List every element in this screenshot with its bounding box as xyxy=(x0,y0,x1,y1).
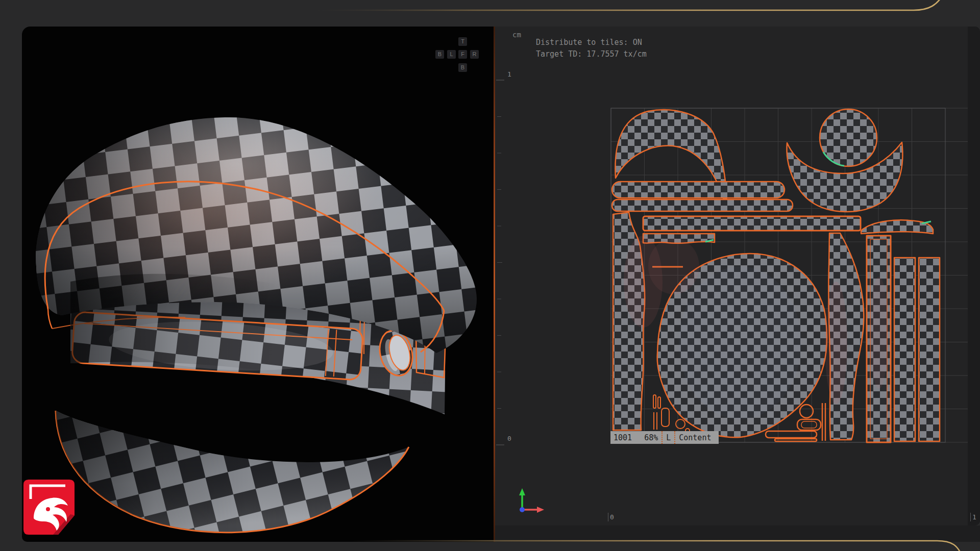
uv-island-strip xyxy=(612,182,785,198)
tile-bar-separator xyxy=(674,431,675,444)
uv-island-column xyxy=(894,258,915,441)
rizomuv-dragon-logo-icon xyxy=(18,477,78,538)
uv-island-column xyxy=(919,258,940,441)
tile-coverage: 68% xyxy=(644,433,658,442)
h-ruler-label-1: 1 xyxy=(970,513,976,521)
v-ruler-ticks xyxy=(496,80,504,445)
view-cube-top[interactable]: T xyxy=(458,37,467,46)
uv-editor-panel[interactable]: cm Distribute to tiles: ON Target TD: 17… xyxy=(495,27,980,525)
hud-target-td: Target TD: 17.7557 tx/cm xyxy=(536,49,647,59)
tile-mode-flag: L xyxy=(666,433,671,442)
view-cube-right[interactable]: R xyxy=(470,50,479,59)
udim-tile-bar[interactable]: 1001 68% L Content xyxy=(610,431,719,444)
tile-name: Content xyxy=(679,433,711,442)
hud-distribute-tiles: Distribute to tiles: ON xyxy=(536,38,642,47)
hat-3d-model xyxy=(22,27,494,542)
unit-label: cm xyxy=(512,31,521,39)
app-window: T B L F R B xyxy=(0,0,980,551)
panel-right-edge xyxy=(968,27,980,525)
udim-number: 1001 xyxy=(614,433,632,442)
view-cube-front[interactable]: F xyxy=(458,50,467,59)
tile-bar-separator xyxy=(662,431,663,444)
view-cube-bottom[interactable]: B xyxy=(458,63,467,72)
h-ruler-label-0: 0 xyxy=(608,513,614,521)
view-cube-back[interactable]: B xyxy=(435,50,444,59)
panel-footer-strip xyxy=(495,525,980,542)
xy-axis-gizmo-icon xyxy=(519,488,544,513)
v-ruler-label-1: 1 xyxy=(507,70,511,78)
uv-canvas xyxy=(495,27,980,525)
v-ruler-label-0: 0 xyxy=(507,435,511,442)
3d-viewport[interactable]: T B L F R B xyxy=(22,27,494,542)
uv-island-strip xyxy=(643,216,861,231)
uv-island-lens xyxy=(861,220,933,234)
view-cube[interactable]: T B L F R B xyxy=(435,37,482,73)
view-cube-left[interactable]: L xyxy=(447,50,456,59)
uv-island-strip xyxy=(612,199,793,211)
